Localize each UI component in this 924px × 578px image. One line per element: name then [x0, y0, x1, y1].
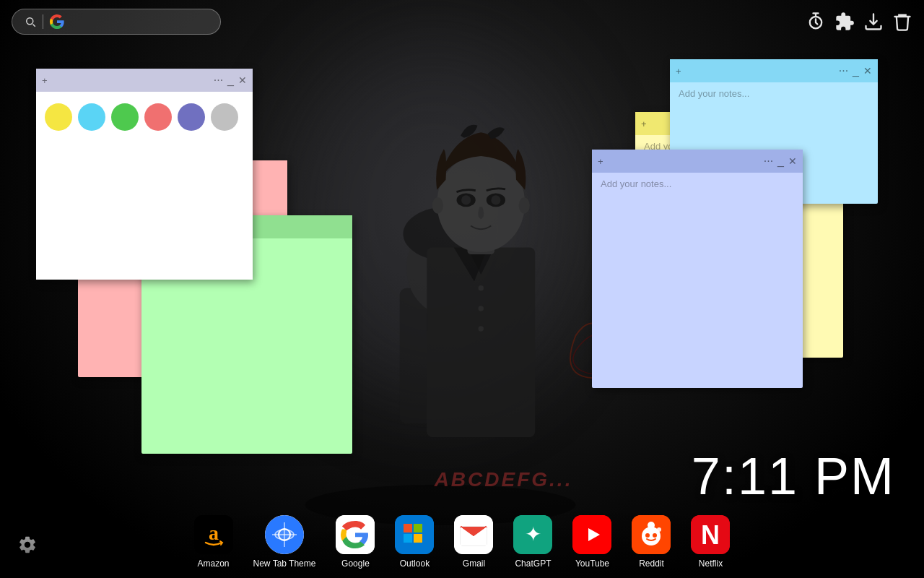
- dock-label-google: Google: [341, 558, 370, 569]
- note-add-btn-blue[interactable]: +: [598, 157, 603, 166]
- note-menu-btn-blue[interactable]: ···: [764, 155, 773, 168]
- note-close-btn-cyan[interactable]: ✕: [863, 65, 872, 77]
- svg-point-18: [432, 197, 443, 214]
- topbar-right: [806, 12, 912, 32]
- svg-point-17: [491, 195, 500, 204]
- dock-label-chatgpt: ChatGPT: [515, 558, 551, 569]
- delete-icon[interactable]: [892, 12, 912, 32]
- note-content-blue[interactable]: Add your notes...: [592, 173, 803, 375]
- note-add-btn[interactable]: +: [42, 76, 48, 85]
- dock-item-newtab[interactable]: New Tab Theme: [253, 515, 316, 569]
- search-icon: [24, 15, 37, 28]
- dock-label-newtab: New Tab Theme: [253, 558, 316, 569]
- svg-point-43: [645, 533, 650, 538]
- dock-item-amazon[interactable]: a Amazon: [194, 515, 233, 569]
- sticky-note-blue: + ··· _ ✕ Add your notes...: [592, 150, 803, 388]
- dock-icon-google: [336, 515, 375, 554]
- note-add-btn-yellow[interactable]: +: [641, 119, 647, 129]
- google-logo-icon: [49, 14, 65, 30]
- note-close-btn-blue[interactable]: ✕: [788, 155, 797, 167]
- svg-rect-32: [404, 534, 412, 543]
- color-green[interactable]: [111, 103, 139, 131]
- dock-label-amazon: Amazon: [198, 558, 230, 569]
- svg-point-9: [479, 285, 484, 291]
- color-yellow[interactable]: [45, 103, 72, 131]
- timer-icon[interactable]: [806, 12, 826, 32]
- note-menu-btn-cyan[interactable]: ···: [839, 64, 848, 77]
- download-icon[interactable]: [863, 12, 884, 32]
- svg-point-19: [519, 197, 530, 214]
- dock-icon-outlook: [395, 515, 434, 554]
- note-close-btn[interactable]: ✕: [238, 74, 247, 86]
- svg-point-16: [461, 195, 471, 204]
- svg-point-10: [479, 306, 484, 311]
- svg-point-44: [653, 533, 657, 538]
- svg-rect-8: [427, 248, 535, 438]
- dock-label-youtube: YouTube: [575, 558, 609, 569]
- dock-item-google[interactable]: Google: [336, 515, 375, 569]
- dock-label-outlook: Outlook: [400, 558, 430, 569]
- color-pink[interactable]: [144, 103, 172, 131]
- sticky-note-main: + ··· _ ✕: [36, 69, 253, 280]
- search-box[interactable]: [12, 9, 221, 35]
- dock-label-gmail: Gmail: [463, 558, 485, 569]
- svg-point-11: [479, 326, 484, 332]
- note-menu-btn[interactable]: ···: [214, 74, 223, 87]
- dock-label-netflix: Netflix: [699, 558, 723, 569]
- note-minimize-btn-blue[interactable]: _: [777, 155, 784, 168]
- dock-icon-chatgpt: ✦: [513, 515, 552, 554]
- svg-point-46: [657, 527, 661, 532]
- dock-icon-netflix: N: [691, 515, 730, 554]
- dock-icon-reddit: [632, 515, 671, 554]
- dock-icon-gmail: [454, 515, 493, 554]
- svg-point-45: [648, 522, 655, 529]
- svg-text:✦: ✦: [525, 523, 541, 545]
- note-minimize-btn[interactable]: _: [227, 74, 234, 87]
- topbar: [0, 0, 924, 43]
- svg-point-13: [437, 155, 525, 252]
- color-gray[interactable]: [211, 103, 238, 131]
- dock-item-youtube[interactable]: YouTube: [572, 515, 611, 569]
- dock-item-gmail[interactable]: Gmail: [454, 515, 493, 569]
- dock-label-reddit: Reddit: [639, 558, 664, 569]
- svg-rect-33: [414, 534, 422, 543]
- dock-item-reddit[interactable]: Reddit: [632, 515, 671, 569]
- search-divider: [43, 14, 43, 29]
- clock-display: 7:11 PM: [692, 447, 895, 506]
- note-minimize-btn-cyan[interactable]: _: [853, 64, 859, 77]
- dock-icon-newtab: [265, 515, 304, 554]
- dock-item-netflix[interactable]: N Netflix: [691, 515, 730, 569]
- dock-item-outlook[interactable]: Outlook: [395, 515, 434, 569]
- note-add-btn-cyan[interactable]: +: [676, 66, 681, 76]
- color-cyan[interactable]: [78, 103, 105, 131]
- dock-icon-youtube: [572, 515, 611, 554]
- svg-rect-30: [404, 524, 412, 532]
- svg-text:N: N: [701, 520, 720, 550]
- dock-item-chatgpt[interactable]: ✦ ChatGPT: [513, 515, 552, 569]
- color-purple[interactable]: [178, 103, 205, 131]
- extensions-icon[interactable]: [834, 12, 855, 32]
- svg-rect-31: [414, 524, 422, 532]
- svg-text:a: a: [209, 522, 219, 544]
- color-picker: [45, 100, 244, 134]
- dock-icon-amazon: a: [194, 515, 233, 554]
- app-dock: a Amazon New Tab Theme: [0, 506, 924, 578]
